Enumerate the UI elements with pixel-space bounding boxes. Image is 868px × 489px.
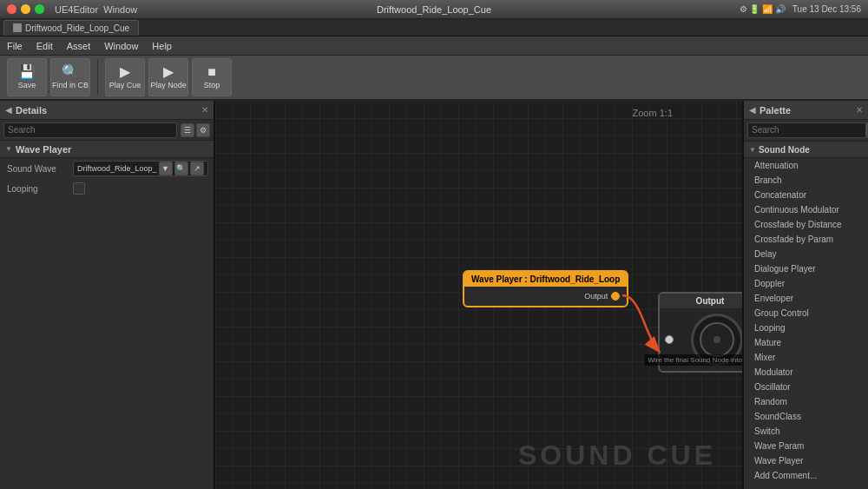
find-icon: 🔍 bbox=[62, 65, 79, 79]
palette-item-attenuation[interactable]: Attenuation bbox=[744, 158, 868, 173]
find-label: Find in CB bbox=[52, 81, 89, 89]
right-panel: ◀ Palette ✕ 🔍 ▼ Sound Node AttenuationBr… bbox=[742, 101, 868, 489]
options-btn[interactable]: ⚙ bbox=[196, 123, 210, 137]
stop-icon: ■ bbox=[207, 65, 216, 79]
wave-player-node-header: Wave Player : Driftwood_Ride_Loop bbox=[464, 272, 627, 287]
palette-item-add-comment...[interactable]: Add Comment... bbox=[744, 468, 868, 483]
play-node-icon: ▶ bbox=[163, 65, 174, 79]
tab-bar: Driftwood_Ride_Loop_Cue bbox=[0, 19, 868, 36]
looping-label: Looping bbox=[7, 184, 68, 194]
sound-wave-text: Driftwood_Ride_Loop_ bbox=[77, 164, 157, 173]
details-search-input[interactable] bbox=[3, 122, 177, 138]
sound-wave-row: Sound Wave Driftwood_Ride_Loop_ ▼ 🔍 ↗ bbox=[0, 158, 214, 179]
system-icons: ⚙ 🔋 📶 🔊 bbox=[740, 4, 786, 14]
menu-help[interactable]: Help bbox=[152, 41, 172, 51]
play-node-button[interactable]: ▶ Play Node bbox=[148, 58, 188, 96]
sound-wave-browse[interactable]: ↗ bbox=[190, 162, 204, 175]
sound-wave-search[interactable]: 🔍 bbox=[174, 162, 188, 175]
sound-wave-dropdown[interactable]: ▼ bbox=[159, 162, 173, 175]
output-input-port[interactable] bbox=[665, 335, 674, 344]
title-bar-left: UE4Editor Window bbox=[7, 4, 137, 15]
palette-close[interactable]: ✕ bbox=[856, 105, 863, 115]
play-node-label: Play Node bbox=[150, 81, 187, 89]
palette-title: Palette bbox=[760, 105, 791, 116]
palette-item-concatenator[interactable]: Concatenator bbox=[744, 188, 868, 202]
tab-label: Driftwood_Ride_Loop_Cue bbox=[25, 23, 129, 33]
tab-icon bbox=[13, 23, 22, 32]
stop-button[interactable]: ■ Stop bbox=[192, 58, 232, 96]
wave-player-output-port[interactable] bbox=[611, 292, 620, 301]
minimize-button[interactable] bbox=[21, 4, 30, 14]
canvas-area[interactable]: Zoom 1:1 SOUND CUE Wave Player : Driftwo… bbox=[215, 101, 742, 489]
palette-search-input[interactable] bbox=[747, 122, 866, 138]
palette-item-mixer[interactable]: Mixer bbox=[744, 350, 868, 365]
menu-bar: File Edit Asset Window Help bbox=[0, 36, 868, 56]
left-panel: ◀ Details ✕ ☰ ⚙ ▼ Wave Player Sound Wave… bbox=[0, 101, 215, 489]
palette-item-modulator[interactable]: Modulator bbox=[744, 365, 868, 380]
wire-hint-text: Wire the final Sound Node into this node bbox=[644, 354, 742, 366]
palette-item-wave-player[interactable]: Wave Player bbox=[744, 453, 868, 468]
search-buttons: ☰ ⚙ bbox=[181, 123, 210, 137]
details-close[interactable]: ✕ bbox=[201, 105, 208, 115]
wave-player-title: Wave Player bbox=[16, 144, 71, 155]
palette-item-looping[interactable]: Looping bbox=[744, 320, 868, 335]
toolbar: 💾 Save 🔍 Find in CB ▶ Play Cue ▶ Play No… bbox=[0, 56, 868, 101]
speaker-inner bbox=[700, 322, 734, 357]
sound-cue-watermark: SOUND CUE bbox=[518, 439, 716, 472]
title-bar-right: ⚙ 🔋 📶 🔊 Tue 13 Dec 13:56 bbox=[740, 4, 861, 14]
palette-search-bar: 🔍 bbox=[744, 120, 868, 141]
palette-item-delay[interactable]: Delay bbox=[744, 247, 868, 261]
palette-item-random[interactable]: Random bbox=[744, 394, 868, 409]
palette-item-crossfade-by-distance[interactable]: Crossfade by Distance bbox=[744, 217, 868, 232]
wave-player-section: ▼ Wave Player bbox=[0, 141, 214, 158]
main-layout: ◀ Details ✕ ☰ ⚙ ▼ Wave Player Sound Wave… bbox=[0, 101, 868, 489]
speaker-center bbox=[713, 336, 720, 343]
tab-driftwood[interactable]: Driftwood_Ride_Loop_Cue bbox=[3, 20, 139, 36]
find-in-cb-button[interactable]: 🔍 Find in CB bbox=[50, 58, 90, 96]
fullscreen-button[interactable] bbox=[35, 4, 44, 14]
zoom-label: Zoom 1:1 bbox=[633, 108, 673, 118]
palette-item-enveloper[interactable]: Enveloper bbox=[744, 291, 868, 306]
palette-header: ◀ Palette ✕ bbox=[744, 101, 868, 120]
output-node[interactable]: Output Wire the final Sound Node into th… bbox=[658, 292, 742, 373]
wave-player-arrow[interactable]: ▼ bbox=[5, 145, 12, 153]
palette-item-crossfade-by-param[interactable]: Crossfade by Param bbox=[744, 232, 868, 247]
panel-collapse-icon[interactable]: ◀ bbox=[5, 105, 12, 115]
palette-item-mature[interactable]: Mature bbox=[744, 335, 868, 350]
palette-item-doppler[interactable]: Doppler bbox=[744, 276, 868, 291]
window-title: Driftwood_Ride_Loop_Cue bbox=[377, 4, 491, 15]
window-menu[interactable]: Window bbox=[103, 4, 137, 15]
palette-section-title: Sound Node bbox=[759, 145, 810, 155]
stop-label: Stop bbox=[204, 81, 220, 89]
play-cue-icon: ▶ bbox=[120, 65, 130, 79]
list-view-btn[interactable]: ☰ bbox=[181, 123, 194, 137]
app-name: UE4Editor bbox=[55, 4, 98, 15]
palette-item-wave-param[interactable]: Wave Param bbox=[744, 439, 868, 453]
palette-collapse-icon[interactable]: ◀ bbox=[749, 105, 756, 115]
palette-item-switch[interactable]: Switch bbox=[744, 424, 868, 439]
looping-row: Looping bbox=[0, 179, 214, 198]
menu-asset[interactable]: Asset bbox=[67, 41, 91, 51]
palette-item-continuous-modulator[interactable]: Continuous Modulator bbox=[744, 202, 868, 217]
palette-item-dialogue-player[interactable]: Dialogue Player bbox=[744, 261, 868, 276]
save-button[interactable]: 💾 Save bbox=[7, 58, 47, 96]
traffic-lights bbox=[7, 4, 44, 14]
menu-file[interactable]: File bbox=[7, 41, 23, 51]
wave-player-node[interactable]: Wave Player : Driftwood_Ride_Loop Output bbox=[463, 270, 628, 307]
palette-item-branch[interactable]: Branch bbox=[744, 173, 868, 188]
palette-item-oscillator[interactable]: Oscillator bbox=[744, 380, 868, 394]
play-cue-label: Play Cue bbox=[109, 81, 141, 89]
details-title: Details bbox=[16, 105, 47, 116]
datetime: Tue 13 Dec 13:56 bbox=[792, 4, 861, 14]
palette-item-soundclass[interactable]: SoundClass bbox=[744, 409, 868, 424]
looping-checkbox[interactable] bbox=[73, 182, 85, 195]
palette-item-group-control[interactable]: Group Control bbox=[744, 306, 868, 320]
toolbar-separator bbox=[97, 60, 98, 95]
close-button[interactable] bbox=[7, 4, 16, 14]
menu-edit[interactable]: Edit bbox=[36, 41, 53, 51]
play-cue-button[interactable]: ▶ Play Cue bbox=[105, 58, 145, 96]
palette-section-arrow[interactable]: ▼ bbox=[749, 146, 756, 154]
sound-wave-value[interactable]: Driftwood_Ride_Loop_ ▼ 🔍 ↗ bbox=[73, 161, 208, 176]
menu-window[interactable]: Window bbox=[104, 41, 138, 51]
palette-sound-node-section: ▼ Sound Node AttenuationBranchConcatenat… bbox=[744, 141, 868, 485]
